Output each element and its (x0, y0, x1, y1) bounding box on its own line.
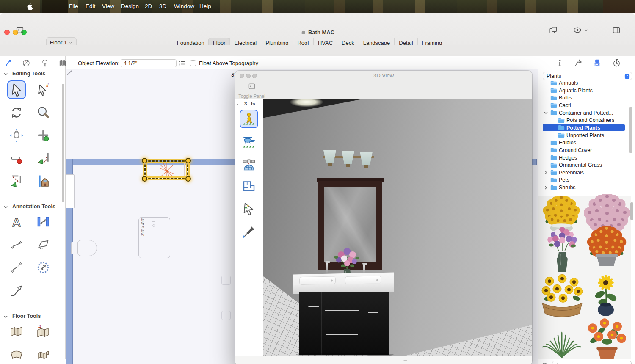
tools-panel-scrollbar[interactable] (62, 84, 64, 202)
satellite-view-tool[interactable] (240, 155, 258, 174)
point-to-point-dimension-tool[interactable] (7, 258, 26, 277)
3d-viewport[interactable] (263, 99, 532, 356)
stepped-wall-tool[interactable] (34, 345, 52, 364)
toggle-panel-right-icon[interactable] (612, 25, 621, 35)
3d-toggle-panel-icon[interactable] (248, 82, 256, 91)
tree-item-shrubs[interactable]: Shrubs (543, 184, 627, 191)
menu-file[interactable]: File (69, 0, 78, 13)
toggle-panel-left-icon[interactable] (15, 25, 25, 35)
menu-edit[interactable]: Edit (86, 0, 95, 13)
eyedropper-tool[interactable] (240, 222, 258, 241)
tree-item-cacti[interactable]: Cacti (543, 102, 627, 109)
text-tool[interactable]: A (7, 212, 26, 231)
select-similar-tool[interactable]: # (34, 80, 52, 99)
library-thumb-potted-sunflower[interactable] (588, 274, 625, 318)
curved-wall-tool[interactable] (7, 345, 26, 364)
shower-door-opening[interactable] (66, 174, 75, 208)
rotate-tool[interactable] (7, 103, 26, 122)
float-above-topography-checkbox[interactable] (190, 60, 196, 66)
tree-item-edibles[interactable]: Edibles (543, 139, 627, 146)
tree-item-aquatic-plants[interactable]: Aquatic Plants (543, 87, 627, 94)
book-icon[interactable] (58, 59, 67, 67)
tree-item-pets[interactable]: Pets (543, 176, 627, 184)
angular-dimension-tool[interactable] (34, 235, 52, 254)
menu-view[interactable]: View (102, 0, 114, 13)
tree-item-annuals[interactable]: Annuals (543, 80, 627, 87)
search-input[interactable] (563, 362, 629, 364)
tree-item-pots-and-containers[interactable]: Pots and Containers (543, 117, 627, 124)
walkthrough-tool[interactable] (240, 110, 258, 128)
library-thumb-sunflowers-basket[interactable] (538, 273, 586, 319)
2d-view-icon[interactable] (549, 25, 558, 35)
thumbnails-scrollbar[interactable] (630, 202, 633, 220)
select-tool[interactable] (7, 80, 26, 99)
apple-menu-icon[interactable] (26, 3, 33, 10)
leader-line-tool[interactable] (7, 281, 26, 300)
library-thumb-orange-hibiscus[interactable] (583, 318, 631, 360)
3d-view-chevron-icon[interactable] (584, 28, 588, 33)
plan-symbol[interactable] (221, 276, 231, 285)
history-icon[interactable] (612, 58, 621, 67)
library-thumb-mixed-bouquet-vase[interactable] (543, 226, 582, 276)
menu-2d[interactable]: 2D (145, 0, 152, 13)
fillet-lines-tool[interactable] (34, 149, 52, 168)
auto-dimension-tool[interactable] (34, 258, 52, 277)
selection-handle[interactable] (185, 176, 191, 182)
3d-view-window[interactable]: 3D View Toggle Panel Lighting3D Style3D … (235, 71, 532, 364)
adjust-view-tool[interactable] (240, 200, 258, 218)
3d-tools-collapse-chevron[interactable] (237, 102, 241, 107)
plan-symbol[interactable] (221, 311, 231, 320)
menu-window[interactable]: Window (174, 0, 194, 13)
chevron-right-icon[interactable] (544, 185, 548, 190)
chevron-down-icon[interactable] (544, 110, 548, 115)
pan-tool[interactable] (7, 126, 26, 145)
wall-panels-number-tool[interactable]: # (34, 323, 52, 341)
library-thumb-orange-chrysanthemums[interactable] (583, 226, 630, 269)
menu-help[interactable]: Help (199, 0, 211, 13)
library-search[interactable] (552, 361, 632, 364)
tree-item-ground-cover[interactable]: Ground Cover (543, 146, 627, 154)
library-category-select[interactable]: Plants (543, 72, 632, 80)
3d-view-eye-icon[interactable] (572, 25, 583, 35)
tree-item-hedges[interactable]: Hedges (543, 154, 627, 161)
close-window-button[interactable] (4, 30, 10, 35)
selection-handle[interactable] (142, 158, 147, 163)
interior-dimension-tool[interactable] (34, 212, 52, 231)
selection-box[interactable] (144, 160, 188, 179)
tree-item-ornamental-grass[interactable]: Ornamental Grass (543, 162, 627, 169)
toilet-bowl[interactable] (77, 240, 97, 256)
tree-item-container-and-potted-[interactable]: Container and Potted... (543, 109, 627, 116)
select-stepper-icon[interactable] (624, 73, 630, 80)
zoom-tool[interactable] (34, 103, 52, 122)
chevron-right-icon[interactable] (544, 170, 548, 175)
section-collapse-chevron[interactable] (3, 205, 8, 210)
tree-item-potted-plants[interactable]: Potted Plants (543, 124, 625, 131)
elevation-list-icon[interactable] (179, 60, 186, 67)
section-collapse-chevron[interactable] (3, 314, 8, 319)
object-elevation-input[interactable] (121, 59, 177, 67)
blue-arrow-mode-icon[interactable] (4, 59, 13, 67)
tree-item-bulbs[interactable]: Bulbs (543, 94, 627, 102)
selection-handle[interactable] (185, 158, 191, 163)
section-collapse-chevron[interactable] (3, 72, 8, 77)
palette-icon[interactable] (22, 59, 30, 67)
chamfer-lines-tool[interactable] (7, 172, 26, 190)
library-thumb-green-fern[interactable] (538, 328, 585, 360)
reference-display-tool[interactable] (34, 172, 52, 190)
tree-item-perennials[interactable]: Perennials (543, 169, 627, 176)
plan-overview-tool[interactable] (240, 177, 258, 196)
tree-scrollbar[interactable] (629, 107, 632, 153)
manual-dimension-tool[interactable] (7, 235, 26, 254)
wall-panels-tool[interactable] (7, 323, 26, 341)
furnishings-icon[interactable] (593, 58, 602, 67)
library-options-icon[interactable] (540, 362, 549, 364)
info-icon[interactable] (555, 58, 564, 67)
tree-icon[interactable] (41, 59, 49, 67)
break-line-tool[interactable] (7, 149, 26, 168)
tree-item-unpotted-plants[interactable]: Unpotted Plants (543, 132, 627, 139)
helicopter-view-tool[interactable] (240, 132, 258, 151)
menu-3d[interactable]: 3D (159, 0, 166, 13)
selection-handle[interactable] (142, 176, 147, 182)
place-point-tool[interactable] (34, 126, 52, 145)
pen-icon[interactable] (574, 58, 583, 67)
